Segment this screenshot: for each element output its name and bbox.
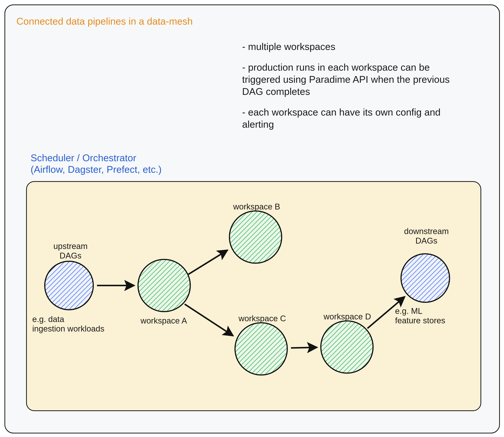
arrow-a-to-b bbox=[188, 250, 227, 274]
label-workspace-c: workspace C bbox=[234, 314, 290, 323]
scheduler-label-line2: (Airflow, Dagster, Prefect, etc.) bbox=[31, 164, 162, 175]
scheduler-label: Scheduler / Orchestrator (Airflow, Dagst… bbox=[31, 152, 162, 175]
diagram-svg bbox=[26, 181, 480, 410]
bullet-list: - multiple workspaces - production runs … bbox=[242, 41, 466, 139]
bullet-item-3: - each workspace can have its own config… bbox=[242, 106, 466, 130]
label-upstream-line1: upstream bbox=[50, 241, 91, 251]
caption-downstream-line2: feature stores bbox=[395, 316, 462, 325]
outer-frame: Connected data pipelines in a data-mesh … bbox=[4, 4, 500, 433]
label-workspace-d: workspace D bbox=[319, 312, 375, 321]
node-workspace-b bbox=[229, 211, 282, 263]
caption-downstream: e.g. ML feature stores bbox=[395, 306, 462, 325]
node-workspace-a bbox=[138, 259, 190, 312]
node-downstream bbox=[401, 254, 450, 302]
label-downstream: downstream DAGs bbox=[398, 227, 454, 245]
label-downstream-line2: DAGs bbox=[398, 236, 454, 246]
scheduler-label-line1: Scheduler / Orchestrator bbox=[31, 152, 162, 164]
caption-upstream: e.g. data ingestion workloads bbox=[32, 315, 111, 333]
label-upstream-line2: DAGs bbox=[50, 251, 91, 260]
node-workspace-c bbox=[235, 323, 287, 375]
caption-upstream-line2: ingestion workloads bbox=[32, 324, 111, 334]
label-workspace-b: workspace B bbox=[229, 202, 285, 211]
node-workspace-d bbox=[321, 321, 373, 373]
label-upstream: upstream DAGs bbox=[50, 241, 91, 260]
arrow-a-to-c bbox=[185, 304, 233, 336]
arrow-c-to-d bbox=[291, 347, 317, 348]
label-downstream-line1: downstream bbox=[398, 227, 454, 236]
caption-upstream-line1: e.g. data bbox=[32, 315, 111, 324]
node-upstream bbox=[45, 261, 93, 310]
label-workspace-a: workspace A bbox=[136, 316, 192, 326]
diagram-title: Connected data pipelines in a data-mesh bbox=[16, 16, 193, 27]
caption-downstream-line1: e.g. ML bbox=[395, 306, 462, 316]
bullet-item-2: - production runs in each workspace can … bbox=[242, 61, 466, 98]
bullet-item-1: - multiple workspaces bbox=[242, 41, 466, 53]
